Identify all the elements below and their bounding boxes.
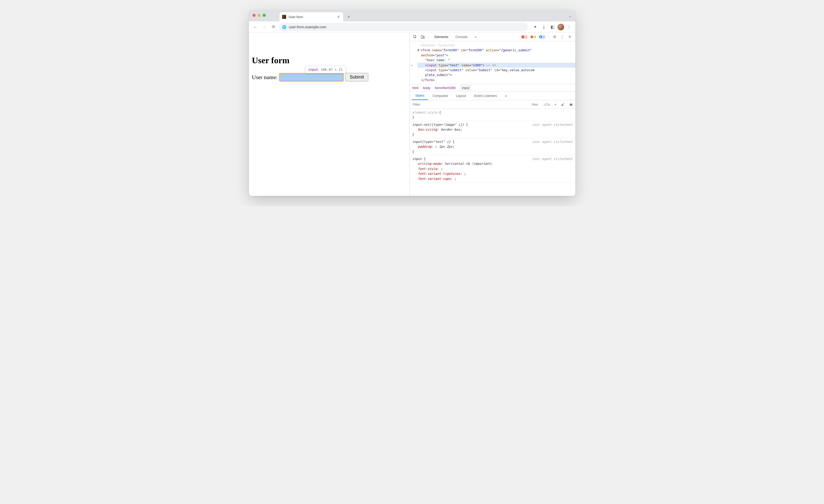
- titlebar: User form × + ⌄: [249, 10, 575, 21]
- forward-button[interactable]: →: [261, 23, 268, 31]
- new-tab-button[interactable]: +: [345, 13, 352, 20]
- styles-subtabs: Styles Computed Layout Event Listeners »: [410, 92, 575, 100]
- hov-toggle[interactable]: :hov: [529, 103, 539, 106]
- dom-line-selected: <input type="text" name="n300"> == $0: [417, 63, 575, 68]
- breadcrumb-item[interactable]: body: [423, 86, 430, 90]
- subtab-styles[interactable]: Styles: [412, 92, 428, 100]
- dom-line: <input type="submit" value="Submit" id="…: [417, 68, 575, 73]
- site-info-icon[interactable]: 🌐: [282, 25, 286, 29]
- dom-line: method="post">: [417, 53, 575, 58]
- devtools-top-bar: Elements Console » ✕1 !4 ▮2 ⚙ ⋮ ✕: [410, 33, 575, 41]
- extensions-icon[interactable]: ✦: [531, 23, 539, 31]
- svg-rect-1: [421, 35, 423, 38]
- page-heading: User form: [252, 56, 407, 65]
- cls-toggle[interactable]: .cls: [541, 103, 551, 106]
- inspect-tooltip: input 146.67 × 21: [305, 66, 346, 73]
- user-form: User name: Submit: [252, 73, 407, 81]
- tabs-dropdown-icon[interactable]: ⌄: [569, 14, 572, 18]
- dom-line: "User name: ": [417, 58, 575, 63]
- profile-avatar[interactable]: [557, 24, 564, 30]
- username-label: User name:: [252, 74, 278, 81]
- devtools-panel: Elements Console » ✕1 !4 ▮2 ⚙ ⋮ ✕ <h3>Us…: [410, 33, 575, 196]
- tab-title: User form: [289, 15, 303, 19]
- paint-icon[interactable]: 🖌: [559, 101, 566, 108]
- downloads-icon[interactable]: ⭳: [540, 23, 548, 31]
- style-rule: user agent stylesheet input { writing-mo…: [410, 155, 575, 182]
- dom-line: </form>: [417, 78, 575, 82]
- subtab-listeners[interactable]: Event Listeners: [471, 92, 501, 100]
- style-rule: user agent stylesheet input:not([type="i…: [410, 121, 575, 138]
- breadcrumb-item[interactable]: html: [412, 86, 419, 90]
- devtools-menu-icon[interactable]: ⋮: [559, 34, 565, 40]
- inspect-element-icon[interactable]: [412, 34, 418, 40]
- username-input[interactable]: [280, 74, 343, 81]
- tab-more[interactable]: »: [472, 33, 480, 41]
- back-button[interactable]: ←: [251, 23, 259, 31]
- address-bar[interactable]: 🌐 user-form.example.com: [279, 23, 528, 31]
- styles-toolbar: :hov .cls + 🖌 ▣: [410, 100, 575, 109]
- toolbar-right: ✦ ⭳ ◧ ⋮: [531, 23, 573, 31]
- page-pane: input 146.67 × 21 User form User name: S…: [249, 33, 410, 196]
- close-window-icon[interactable]: [252, 14, 255, 17]
- style-rule: element.style { }: [410, 109, 575, 121]
- dom-line: plete_submit">: [417, 73, 575, 77]
- dom-breadcrumb: html body form#form300 input: [410, 84, 575, 92]
- tab-elements[interactable]: Elements: [431, 33, 451, 41]
- subtab-computed[interactable]: Computed: [429, 92, 451, 100]
- submit-button[interactable]: Submit: [345, 73, 368, 81]
- maximize-window-icon[interactable]: [263, 14, 266, 17]
- error-count-badge[interactable]: ✕1: [520, 35, 528, 39]
- browser-tab[interactable]: User form ×: [280, 12, 343, 21]
- style-rule: user agent stylesheet input[type="text" …: [410, 138, 575, 155]
- tooltip-tag: input: [308, 68, 318, 72]
- dom-line: <h3>User form</h3>: [417, 43, 575, 48]
- svg-rect-2: [423, 36, 424, 38]
- content-area: input 146.67 × 21 User form User name: S…: [249, 33, 575, 196]
- info-count-badge[interactable]: ▮2: [538, 35, 546, 39]
- breadcrumb-item[interactable]: input: [460, 85, 471, 91]
- subtab-more[interactable]: »: [502, 92, 511, 100]
- tooltip-dimensions: 146.67 × 21: [321, 68, 343, 72]
- reload-button[interactable]: ⟳: [270, 23, 278, 31]
- browser-window: User form × + ⌄ ← → ⟳ 🌐 user-form.exampl…: [249, 10, 575, 196]
- style-rules: element.style { } user agent stylesheet …: [410, 109, 575, 196]
- chrome-menu-icon[interactable]: ⋮: [565, 23, 573, 31]
- url-text: user-form.example.com: [289, 25, 326, 29]
- window-controls: [252, 14, 266, 17]
- new-rule-button[interactable]: +: [553, 103, 558, 106]
- subtab-layout[interactable]: Layout: [452, 92, 470, 100]
- settings-icon[interactable]: ⚙: [551, 34, 558, 40]
- dom-line: ▼<form name="form300" id="form300" actio…: [417, 48, 575, 53]
- warning-count-badge[interactable]: !4: [529, 35, 537, 39]
- tab-console[interactable]: Console: [452, 33, 471, 41]
- browser-toolbar: ← → ⟳ 🌐 user-form.example.com ✦ ⭳ ◧ ⋮: [249, 21, 575, 33]
- breadcrumb-item[interactable]: form#form300: [435, 86, 455, 90]
- toggle-sidebar-icon[interactable]: ▣: [568, 101, 574, 108]
- close-tab-icon[interactable]: ×: [336, 14, 340, 19]
- favicon-icon: [282, 15, 286, 19]
- dom-tree[interactable]: <h3>User form</h3> ▼<form name="form300"…: [410, 41, 575, 84]
- sidepanel-icon[interactable]: ◧: [549, 23, 556, 31]
- styles-filter-input[interactable]: [411, 103, 528, 106]
- close-devtools-icon[interactable]: ✕: [567, 34, 573, 40]
- device-toolbar-icon[interactable]: [419, 34, 426, 40]
- minimize-window-icon[interactable]: [258, 14, 261, 17]
